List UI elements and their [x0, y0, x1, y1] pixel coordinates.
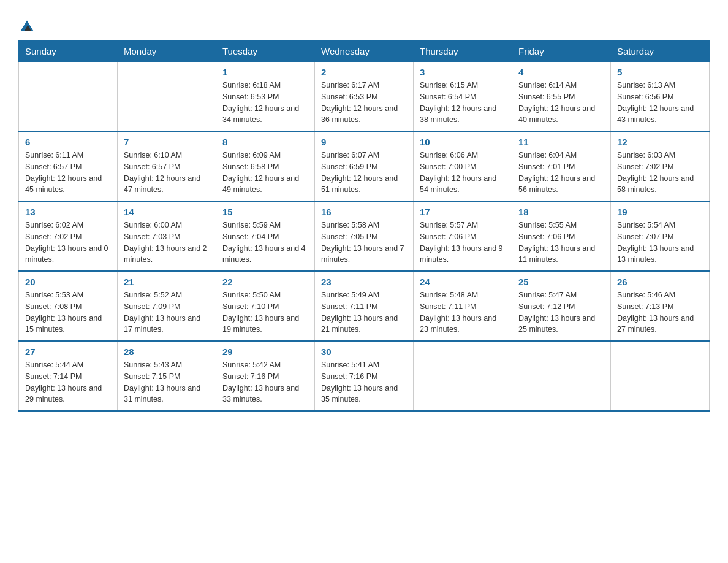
day-number: 13: [25, 207, 111, 217]
calendar-cell: 30Sunrise: 5:41 AMSunset: 7:16 PMDayligh…: [315, 341, 414, 411]
weekday-header-monday: Monday: [118, 41, 216, 62]
day-info: Sunrise: 5:57 AMSunset: 7:06 PMDaylight:…: [420, 220, 506, 266]
calendar-week-row: 1Sunrise: 6:18 AMSunset: 6:53 PMDaylight…: [19, 62, 710, 132]
day-number: 16: [321, 207, 407, 217]
calendar-cell: 4Sunrise: 6:14 AMSunset: 6:55 PMDaylight…: [512, 62, 611, 132]
day-number: 8: [222, 137, 308, 147]
day-number: 25: [518, 277, 604, 287]
day-info: Sunrise: 6:18 AMSunset: 6:53 PMDaylight:…: [222, 80, 308, 126]
day-number: 12: [617, 137, 703, 147]
day-number: 18: [518, 207, 604, 217]
day-info: Sunrise: 5:52 AMSunset: 7:09 PMDaylight:…: [124, 289, 210, 335]
calendar-cell: 15Sunrise: 5:59 AMSunset: 7:04 PMDayligh…: [216, 201, 315, 271]
day-info: Sunrise: 5:42 AMSunset: 7:16 PMDaylight:…: [222, 359, 308, 405]
calendar-cell: 16Sunrise: 5:58 AMSunset: 7:05 PMDayligh…: [315, 201, 414, 271]
day-number: 7: [124, 137, 210, 147]
day-info: Sunrise: 5:41 AMSunset: 7:16 PMDaylight:…: [321, 359, 407, 405]
day-number: 20: [25, 277, 111, 287]
day-number: 17: [420, 207, 506, 217]
day-info: Sunrise: 6:02 AMSunset: 7:02 PMDaylight:…: [25, 220, 111, 266]
calendar-cell: [611, 341, 710, 411]
day-number: 3: [420, 67, 506, 77]
day-info: Sunrise: 5:43 AMSunset: 7:15 PMDaylight:…: [124, 359, 210, 405]
calendar-week-row: 20Sunrise: 5:53 AMSunset: 7:08 PMDayligh…: [19, 271, 710, 341]
calendar-cell: 24Sunrise: 5:48 AMSunset: 7:11 PMDayligh…: [414, 271, 512, 341]
calendar-cell: 1Sunrise: 6:18 AMSunset: 6:53 PMDaylight…: [216, 62, 315, 132]
day-number: 15: [222, 207, 308, 217]
day-info: Sunrise: 6:06 AMSunset: 7:00 PMDaylight:…: [420, 150, 506, 196]
logo: [18, 12, 39, 34]
calendar-cell: 10Sunrise: 6:06 AMSunset: 7:00 PMDayligh…: [414, 131, 512, 201]
calendar-week-row: 6Sunrise: 6:11 AMSunset: 6:57 PMDaylight…: [19, 131, 710, 201]
weekday-header-sunday: Sunday: [19, 41, 118, 62]
day-info: Sunrise: 6:03 AMSunset: 7:02 PMDaylight:…: [617, 150, 703, 196]
calendar-cell: 9Sunrise: 6:07 AMSunset: 6:59 PMDaylight…: [315, 131, 414, 201]
calendar-cell: 17Sunrise: 5:57 AMSunset: 7:06 PMDayligh…: [414, 201, 512, 271]
day-number: 26: [617, 277, 703, 287]
day-number: 22: [222, 277, 308, 287]
calendar-cell: [512, 341, 611, 411]
day-info: Sunrise: 6:10 AMSunset: 6:57 PMDaylight:…: [124, 150, 210, 196]
calendar-cell: 5Sunrise: 6:13 AMSunset: 6:56 PMDaylight…: [611, 62, 710, 132]
calendar-cell: 29Sunrise: 5:42 AMSunset: 7:16 PMDayligh…: [216, 341, 315, 411]
calendar-cell: 26Sunrise: 5:46 AMSunset: 7:13 PMDayligh…: [611, 271, 710, 341]
day-info: Sunrise: 6:04 AMSunset: 7:01 PMDaylight:…: [518, 150, 604, 196]
calendar-cell: 28Sunrise: 5:43 AMSunset: 7:15 PMDayligh…: [118, 341, 216, 411]
day-number: 23: [321, 277, 407, 287]
day-info: Sunrise: 5:59 AMSunset: 7:04 PMDaylight:…: [222, 220, 308, 266]
calendar-cell: 20Sunrise: 5:53 AMSunset: 7:08 PMDayligh…: [19, 271, 118, 341]
calendar-cell: 8Sunrise: 6:09 AMSunset: 6:58 PMDaylight…: [216, 131, 315, 201]
day-number: 10: [420, 137, 506, 147]
calendar-cell: 11Sunrise: 6:04 AMSunset: 7:01 PMDayligh…: [512, 131, 611, 201]
day-number: 6: [25, 137, 111, 147]
day-info: Sunrise: 5:47 AMSunset: 7:12 PMDaylight:…: [518, 289, 604, 335]
day-number: 24: [420, 277, 506, 287]
calendar-cell: [118, 62, 216, 132]
calendar-table: SundayMondayTuesdayWednesdayThursdayFrid…: [18, 40, 710, 412]
calendar-cell: 3Sunrise: 6:15 AMSunset: 6:54 PMDaylight…: [414, 62, 512, 132]
day-number: 9: [321, 137, 407, 147]
calendar-cell: 6Sunrise: 6:11 AMSunset: 6:57 PMDaylight…: [19, 131, 118, 201]
weekday-header-wednesday: Wednesday: [315, 41, 414, 62]
day-info: Sunrise: 5:55 AMSunset: 7:06 PMDaylight:…: [518, 220, 604, 266]
day-number: 19: [617, 207, 703, 217]
calendar-cell: 2Sunrise: 6:17 AMSunset: 6:53 PMDaylight…: [315, 62, 414, 132]
weekday-header-saturday: Saturday: [611, 41, 710, 62]
weekday-header-friday: Friday: [512, 41, 611, 62]
day-number: 5: [617, 67, 703, 77]
day-number: 21: [124, 277, 210, 287]
calendar-week-row: 13Sunrise: 6:02 AMSunset: 7:02 PMDayligh…: [19, 201, 710, 271]
day-info: Sunrise: 6:15 AMSunset: 6:54 PMDaylight:…: [420, 80, 506, 126]
calendar-cell: [19, 62, 118, 132]
day-number: 28: [124, 347, 210, 357]
day-info: Sunrise: 6:11 AMSunset: 6:57 PMDaylight:…: [25, 150, 111, 196]
weekday-header-tuesday: Tuesday: [216, 41, 315, 62]
calendar-cell: 18Sunrise: 5:55 AMSunset: 7:06 PMDayligh…: [512, 201, 611, 271]
day-number: 14: [124, 207, 210, 217]
calendar-cell: 19Sunrise: 5:54 AMSunset: 7:07 PMDayligh…: [611, 201, 710, 271]
day-number: 11: [518, 137, 604, 147]
calendar-cell: 27Sunrise: 5:44 AMSunset: 7:14 PMDayligh…: [19, 341, 118, 411]
calendar-cell: 23Sunrise: 5:49 AMSunset: 7:11 PMDayligh…: [315, 271, 414, 341]
logo-icon: [18, 17, 36, 34]
day-number: 30: [321, 347, 407, 357]
calendar-header-row: SundayMondayTuesdayWednesdayThursdayFrid…: [19, 41, 710, 62]
day-info: Sunrise: 5:44 AMSunset: 7:14 PMDaylight:…: [25, 359, 111, 405]
calendar-cell: 7Sunrise: 6:10 AMSunset: 6:57 PMDaylight…: [118, 131, 216, 201]
day-number: 1: [222, 67, 308, 77]
day-number: 27: [25, 347, 111, 357]
day-info: Sunrise: 5:49 AMSunset: 7:11 PMDaylight:…: [321, 289, 407, 335]
calendar-cell: 21Sunrise: 5:52 AMSunset: 7:09 PMDayligh…: [118, 271, 216, 341]
weekday-header-thursday: Thursday: [414, 41, 512, 62]
calendar-cell: 12Sunrise: 6:03 AMSunset: 7:02 PMDayligh…: [611, 131, 710, 201]
calendar-cell: 25Sunrise: 5:47 AMSunset: 7:12 PMDayligh…: [512, 271, 611, 341]
page-header: [18, 12, 710, 34]
day-info: Sunrise: 5:58 AMSunset: 7:05 PMDaylight:…: [321, 220, 407, 266]
calendar-cell: [414, 341, 512, 411]
day-info: Sunrise: 6:00 AMSunset: 7:03 PMDaylight:…: [124, 220, 210, 266]
day-info: Sunrise: 6:14 AMSunset: 6:55 PMDaylight:…: [518, 80, 604, 126]
day-info: Sunrise: 6:17 AMSunset: 6:53 PMDaylight:…: [321, 80, 407, 126]
day-info: Sunrise: 6:07 AMSunset: 6:59 PMDaylight:…: [321, 150, 407, 196]
day-info: Sunrise: 5:50 AMSunset: 7:10 PMDaylight:…: [222, 289, 308, 335]
day-info: Sunrise: 6:13 AMSunset: 6:56 PMDaylight:…: [617, 80, 703, 126]
